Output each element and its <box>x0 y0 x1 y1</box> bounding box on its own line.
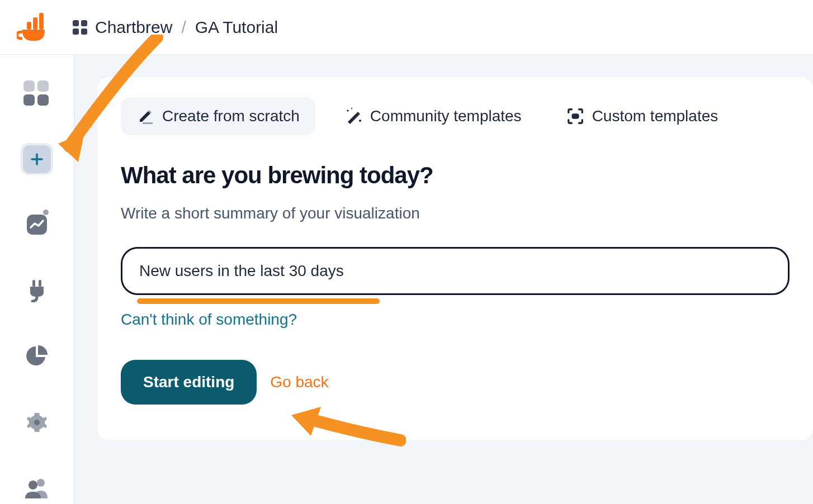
breadcrumb-separator: / <box>181 18 186 37</box>
go-back-button[interactable]: Go back <box>270 373 328 391</box>
magic-wand-icon <box>344 107 362 125</box>
grid-icon <box>73 20 88 35</box>
scan-icon <box>566 107 584 125</box>
svg-point-10 <box>29 481 37 489</box>
svg-point-12 <box>359 120 361 122</box>
users-icon <box>24 477 50 498</box>
gear-icon <box>25 410 49 434</box>
pie-chart-icon <box>25 345 49 368</box>
plus-icon <box>30 152 44 167</box>
breadcrumb: Chartbrew / GA Tutorial <box>73 18 278 37</box>
page-title: What are you brewing today? <box>121 162 790 189</box>
svg-point-8 <box>34 420 40 425</box>
pencil-icon <box>136 107 154 125</box>
svg-rect-13 <box>571 113 579 118</box>
tab-create-scratch[interactable]: Create from scratch <box>121 97 315 135</box>
analytics-icon <box>25 212 49 237</box>
sidebar-item-add[interactable] <box>21 143 53 175</box>
sidebar-item-dashboard[interactable] <box>21 77 53 110</box>
tab-label: Create from scratch <box>162 107 300 125</box>
sidebar-item-settings[interactable] <box>21 406 53 439</box>
dashboard-icon <box>23 80 50 106</box>
breadcrumb-project[interactable]: GA Tutorial <box>195 18 278 37</box>
main-content: Create from scratch Community templates <box>75 55 813 504</box>
sidebar <box>0 55 75 504</box>
sidebar-item-connections[interactable] <box>21 274 53 307</box>
sidebar-item-charts[interactable] <box>21 340 53 373</box>
svg-rect-0 <box>27 22 31 30</box>
start-editing-button[interactable]: Start editing <box>121 360 257 405</box>
svg-point-9 <box>37 479 45 487</box>
tab-custom-templates[interactable]: Custom templates <box>551 97 734 135</box>
create-card: Create from scratch Community templates <box>97 77 813 440</box>
svg-rect-1 <box>33 17 37 30</box>
summary-input[interactable] <box>121 247 790 295</box>
help-link[interactable]: Can't think of something? <box>121 311 297 329</box>
svg-rect-7 <box>39 280 41 287</box>
tab-label: Custom templates <box>592 107 719 125</box>
svg-rect-2 <box>39 13 44 30</box>
tab-community-templates[interactable]: Community templates <box>329 97 537 135</box>
tabs: Create from scratch Community templates <box>121 97 790 135</box>
svg-rect-11 <box>143 122 153 124</box>
app-header: Chartbrew / GA Tutorial <box>0 0 813 55</box>
sidebar-item-users[interactable] <box>21 472 53 504</box>
sidebar-item-analytics[interactable] <box>21 208 53 241</box>
app-logo[interactable] <box>17 12 50 43</box>
page-subtitle: Write a short summary of your visualizat… <box>121 205 790 222</box>
button-row: Start editing Go back <box>121 360 790 405</box>
tab-label: Community templates <box>370 107 522 125</box>
svg-rect-6 <box>32 280 35 287</box>
breadcrumb-org[interactable]: Chartbrew <box>95 18 172 37</box>
plug-icon <box>26 279 48 302</box>
